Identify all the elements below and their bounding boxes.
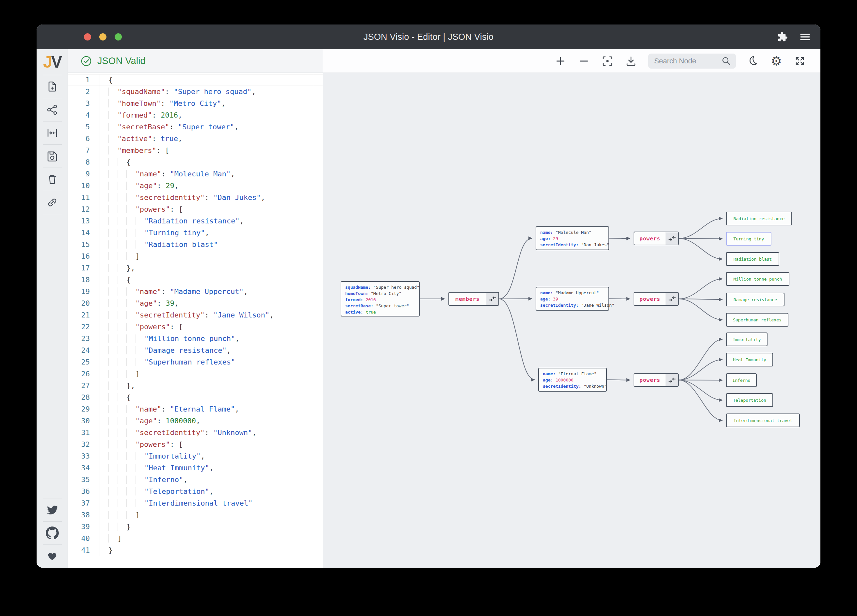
line-number: 28 <box>68 392 100 403</box>
collapse-icon <box>668 378 676 383</box>
line-number: 3 <box>68 98 100 110</box>
graph-node-powers-1[interactable]: powers <box>634 292 679 306</box>
graph-node-members[interactable]: members <box>449 292 499 306</box>
editor-line: 15 "Radiation blast" <box>68 239 323 251</box>
new-document-button[interactable] <box>37 75 68 98</box>
graph-leaf-power[interactable]: Immortality <box>726 333 767 346</box>
link-button[interactable] <box>37 191 68 214</box>
editor-line: 7 "members": [ <box>68 145 323 156</box>
line-number: 17 <box>68 262 100 274</box>
github-button[interactable] <box>37 522 68 545</box>
download-button[interactable] <box>623 53 639 69</box>
graph-leaf-power[interactable]: Superhuman reflexes <box>726 313 788 327</box>
collapse-icon <box>668 296 676 302</box>
center-view-button[interactable] <box>37 122 68 144</box>
editor-line: 1{ <box>68 74 323 86</box>
editor-line: 24 "Damage resistance", <box>68 345 323 356</box>
graph-node-member-1[interactable]: name: "Madame Uppercut"age: 39secretIden… <box>536 287 609 311</box>
code-line: "Million tonne punch", <box>100 333 323 345</box>
zoom-out-button[interactable] <box>576 53 592 69</box>
graph-leaf-power[interactable]: Damage resistance <box>726 293 784 306</box>
extension-icon[interactable] <box>777 32 788 42</box>
editor-line: 41} <box>68 545 323 556</box>
collapse-button[interactable] <box>666 293 678 305</box>
zoom-in-icon <box>555 55 566 67</box>
code-line: "name": "Molecule Man", <box>100 168 323 180</box>
titlebar: JSON Visio - Editor | JSON Visio <box>37 25 820 50</box>
zoom-in-button[interactable] <box>552 53 568 69</box>
code-line: } <box>100 545 323 556</box>
search-icon[interactable] <box>721 56 732 67</box>
editor-line: 25 "Superhuman reflexes" <box>68 356 323 368</box>
json-editor[interactable]: 1{2 "squadName": "Super hero squad",3 "h… <box>68 73 323 568</box>
search-node-box <box>648 54 736 68</box>
graph-canvas[interactable]: squadName: "Super hero squad"homeTown: "… <box>323 73 820 568</box>
node-row: secretIdentity: "Unknown" <box>543 383 602 389</box>
line-number: 21 <box>68 309 100 321</box>
settings-button[interactable]: ⚙ <box>769 53 784 69</box>
search-node-input[interactable] <box>654 57 721 65</box>
graph-node-member-0[interactable]: name: "Molecule Man"age: 29secretIdentit… <box>536 226 609 250</box>
twitter-button[interactable] <box>37 498 68 521</box>
github-icon <box>46 526 59 540</box>
graph-leaf-power[interactable]: Million tonne punch <box>726 272 789 286</box>
line-number: 30 <box>68 415 100 427</box>
graph-leaf-power[interactable]: Turning tiny <box>726 232 772 246</box>
code-line: }, <box>100 380 323 392</box>
minimize-button[interactable] <box>99 33 107 40</box>
code-line: ] <box>100 533 323 545</box>
delete-button[interactable] <box>37 168 68 191</box>
line-number: 33 <box>68 450 100 462</box>
line-number: 19 <box>68 286 100 297</box>
editor-line: 23 "Million tonne punch", <box>68 333 323 345</box>
graph-share-button[interactable] <box>37 98 68 121</box>
graph-leaf-power[interactable]: Interdimensional travel <box>726 413 800 427</box>
close-button[interactable] <box>84 33 91 40</box>
code-line: } <box>100 521 323 533</box>
code-line: { <box>100 392 323 403</box>
graph-node-root[interactable]: squadName: "Super hero squad"homeTown: "… <box>340 281 420 316</box>
code-line: "powers": [ <box>100 439 323 450</box>
editor-line: 29 "name": "Eternal Flame", <box>68 403 323 415</box>
graph-node-powers-0[interactable]: powers <box>634 232 679 245</box>
line-number: 7 <box>68 145 100 156</box>
graph-leaf-power[interactable]: Heat Immunity <box>726 353 773 367</box>
node-label: powers <box>634 374 666 386</box>
line-number: 15 <box>68 239 100 251</box>
editor-line: 3 "homeTown": "Metro City", <box>68 98 323 110</box>
line-number: 1 <box>68 74 100 85</box>
graph-leaf-power[interactable]: Teleportation <box>726 393 773 407</box>
line-number: 16 <box>68 251 100 262</box>
center-focus-button[interactable] <box>600 53 615 69</box>
editor-line: 38 ] <box>68 509 323 521</box>
save-icon <box>46 150 58 162</box>
code-line: "Superhuman reflexes" <box>100 356 323 368</box>
graph-node-powers-2[interactable]: powers <box>634 373 679 387</box>
editor-line: 13 "Radiation resistance", <box>68 215 323 227</box>
zoom-button[interactable] <box>114 33 122 40</box>
fullscreen-button[interactable] <box>792 53 807 69</box>
menu-icon[interactable] <box>800 32 811 42</box>
dark-mode-button[interactable] <box>745 53 761 69</box>
line-number: 26 <box>68 368 100 380</box>
graph-node-member-2[interactable]: name: "Eternal Flame"age: 1000000secretI… <box>538 368 607 392</box>
graph-leaf-power[interactable]: Radiation resistance <box>726 212 792 225</box>
sponsor-button[interactable] <box>37 545 68 568</box>
node-row: active: true <box>345 309 415 315</box>
app-logo[interactable]: JV <box>43 50 61 75</box>
line-number: 29 <box>68 403 100 415</box>
collapse-button[interactable] <box>666 232 678 245</box>
node-row: secretIdentity: "Dan Jukes" <box>540 242 605 248</box>
graph-leaf-power[interactable]: Inferno <box>726 373 757 387</box>
line-number: 18 <box>68 274 100 286</box>
line-number: 10 <box>68 180 100 192</box>
code-line: "homeTown": "Metro City", <box>100 98 323 110</box>
node-label: members <box>449 293 486 305</box>
collapse-button[interactable] <box>486 293 498 305</box>
editor-line: 5 "secretBase": "Super tower", <box>68 121 323 133</box>
download-icon <box>625 55 637 67</box>
editor-line: 18 { <box>68 274 323 286</box>
save-button[interactable] <box>37 145 68 167</box>
graph-leaf-power[interactable]: Radiation blast <box>726 252 779 266</box>
collapse-button[interactable] <box>666 374 678 386</box>
